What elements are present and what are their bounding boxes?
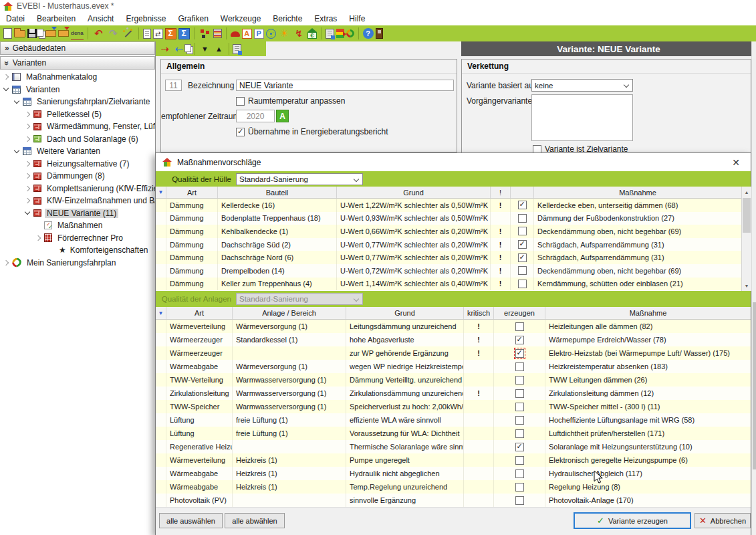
cancel-button[interactable]: ✕ Abbrechen (695, 513, 751, 528)
tree-expander-icon[interactable] (25, 209, 30, 215)
row-checkbox[interactable] (515, 336, 524, 344)
tree-expander-icon[interactable] (3, 74, 9, 80)
basiert-auf-dropdown[interactable]: keine (531, 79, 633, 92)
list-icon[interactable] (213, 29, 222, 38)
sun-icon[interactable]: ☀ (278, 27, 291, 40)
save-icon[interactable] (27, 29, 37, 38)
table-row[interactable]: Dämmung Kellerdecke (16) U-Wert 1,22W/m²… (156, 199, 741, 212)
menu-item[interactable]: Ergebnisse (120, 12, 172, 25)
flowchart-icon[interactable] (199, 27, 211, 40)
tree-expander-icon[interactable] (25, 112, 30, 117)
tree-item-massnahmenkatalog[interactable]: Maßnahmenkatalog (0, 71, 155, 84)
menu-item[interactable]: Ansicht (82, 12, 120, 25)
tree-item-foerderrechner-pro[interactable]: Förderrechner Pro (0, 232, 155, 245)
col-header-massnahme[interactable]: Maßnahme (534, 187, 741, 198)
tree-expander-icon[interactable] (35, 235, 41, 241)
tree-item-massnahmen[interactable]: Maßnahmen (0, 219, 155, 232)
row-checkbox[interactable] (518, 253, 527, 262)
select-all-button[interactable]: alle auswählen (159, 513, 223, 528)
col-header-grund[interactable]: Grund (346, 307, 464, 319)
row-checkbox[interactable] (518, 280, 527, 288)
tree-item-neue-variante[interactable]: NEUE Variante (11) (0, 207, 155, 220)
panel-header-gebaeudedaten[interactable]: » Gebäudedaten (0, 41, 155, 55)
col-header-checkbox[interactable] (511, 187, 534, 198)
table-row[interactable]: Dämmung Keller zum Treppenhaus (4) U-Wer… (156, 278, 741, 291)
remove-variant-icon[interactable]: ⇠ (172, 43, 185, 56)
tree-item-dach-und-solaranlage[interactable]: Dach und Solaranlage (6) (0, 133, 155, 146)
door-icon[interactable] (376, 28, 383, 39)
table-row[interactable]: Dämmung Kehlbalkendecke (1) U-Wert 0,66W… (156, 225, 741, 238)
tree-item-waermedaemmung-fenster[interactable]: Wärmedämmung, Fenster, Lüftu (0, 120, 155, 133)
move-down-icon[interactable]: ▼ (199, 43, 211, 56)
table-row[interactable]: Wärmeerzeuger zur WP gehörende Ergänzung… (156, 346, 751, 360)
filter-icon[interactable]: ▼ (158, 189, 164, 195)
col-header-anlage[interactable]: Anlage / Bereich (233, 307, 346, 319)
tree-item-pelletkessel[interactable]: Pelletkessel (5) (0, 108, 155, 121)
tree-expander-icon[interactable] (14, 148, 19, 153)
row-checkbox[interactable] (515, 443, 524, 451)
scrollbar-thumb[interactable] (753, 302, 756, 469)
sum-blue-icon[interactable]: Σ (178, 28, 190, 39)
row-checkbox[interactable] (515, 416, 524, 425)
table-row[interactable]: Dämmung Dachschräge Süd (2) U-Wert 0,77W… (156, 238, 741, 251)
row-checkbox[interactable] (515, 376, 524, 385)
tree-item-komplettsanierung[interactable]: Komplettsanierung (KfW-Effizien (0, 183, 155, 195)
tree-item-weitere-varianten[interactable]: Weitere Varianten (0, 145, 155, 158)
window-scrollbar[interactable] (751, 41, 756, 535)
row-checkbox[interactable] (515, 362, 524, 371)
col-header-massnahme[interactable]: Maßnahme (545, 307, 751, 319)
col-header-grund[interactable]: Grund (337, 187, 491, 198)
sum-orange-icon[interactable]: Σ (165, 28, 176, 39)
copy-variant-icon[interactable] (184, 44, 191, 52)
raumtemperatur-checkbox[interactable] (236, 97, 245, 106)
tree-item-varianten[interactable]: Varianten (0, 84, 155, 96)
row-checkbox[interactable] (518, 227, 527, 235)
table-row[interactable]: Wärmeabgabe Wärmeversorgung (1) wegen WP… (156, 360, 751, 373)
zones-icon[interactable]: ⇄ (153, 29, 163, 39)
row-checkbox[interactable] (515, 322, 524, 331)
export-icon[interactable] (58, 30, 69, 37)
table-row[interactable]: Wärmeabgabe Heizkreis (1) Hydraulik nich… (156, 467, 751, 480)
tree-item-heizungsalternative[interactable]: Heizungsalternative (7) (0, 158, 155, 171)
document-icon[interactable] (143, 29, 151, 39)
col-header-erzeugen[interactable]: erzeugen (494, 307, 545, 319)
table-row[interactable]: TWW-Verteilung Warmwasserversorgung (1) … (156, 373, 751, 387)
copy-icon[interactable] (37, 29, 43, 37)
row-checkbox[interactable] (515, 496, 524, 505)
scroll-up-icon[interactable]: ▲ (742, 187, 751, 197)
row-checkbox[interactable] (515, 403, 524, 411)
row-checkbox[interactable] (515, 469, 524, 478)
menu-item[interactable]: Bearbeiten (31, 12, 82, 25)
deselect-all-button[interactable]: alle abwählen (225, 513, 285, 528)
table1-scrollbar[interactable]: ▲ ▼ (741, 187, 751, 291)
menu-item[interactable]: Extras (308, 12, 343, 25)
fan-icon[interactable] (266, 29, 276, 39)
tree-expander-icon[interactable] (25, 161, 30, 167)
redo-icon[interactable]: ↷ (107, 27, 120, 40)
row-checkbox[interactable] (518, 240, 527, 249)
scrollbar-thumb[interactable] (743, 198, 751, 233)
tree-expander-icon[interactable] (14, 98, 19, 104)
row-checkbox[interactable] (515, 456, 524, 465)
add-variant-icon[interactable]: ⇢ (158, 43, 171, 56)
table-row[interactable]: Wärmeverteilung Heizkreis (1) Pumpe unge… (156, 453, 751, 467)
tree-item-sanierungsfahrplan-zielvariante[interactable]: Sanierungsfahrplan/Zielvariante (0, 96, 155, 108)
report-icon[interactable] (326, 29, 334, 39)
row-checkbox[interactable] (518, 214, 527, 223)
energy-label-icon[interactable] (336, 29, 344, 38)
panel-header-varianten[interactable]: » Varianten (0, 56, 155, 70)
menu-item[interactable]: Berichte (267, 12, 308, 25)
dialog-title-bar[interactable]: Maßnahmenvorschläge ✕ (156, 153, 751, 171)
help-icon[interactable]: ? (363, 28, 374, 39)
dena-icon[interactable]: dena (71, 27, 84, 40)
tree-expander-icon[interactable] (3, 260, 9, 265)
tree-expander-icon[interactable] (25, 186, 30, 191)
table-row[interactable]: TWW-Speicher Warmwasserversorgung (1) Sp… (156, 400, 751, 413)
open-file-icon[interactable] (14, 30, 25, 37)
vorgaenger-listbox[interactable] (531, 94, 633, 141)
tree-item-daemmungen[interactable]: Dämmungen (8) (0, 170, 155, 183)
move-up-icon[interactable]: ▲ (213, 43, 225, 56)
letter-a-icon[interactable]: A (242, 29, 252, 39)
tree-item-komforteigenschaften[interactable]: ★ Komforteigenschaften (0, 244, 155, 257)
huelle-dropdown[interactable]: Standard-Sanierung (236, 173, 363, 185)
